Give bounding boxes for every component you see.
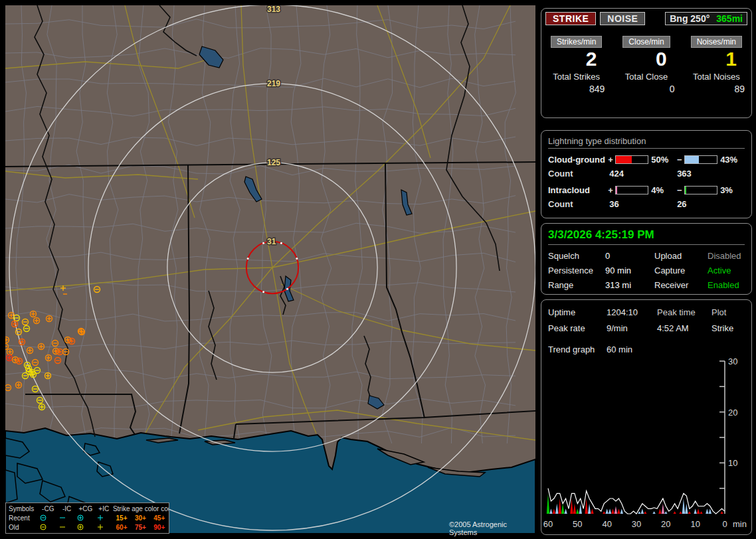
ring-tick-dot <box>262 291 264 293</box>
trend-fill <box>700 511 702 514</box>
uptime-label: Uptime <box>548 307 607 317</box>
age-code: 90+ <box>150 522 169 532</box>
total-close-label: Total Close <box>611 72 681 82</box>
close-per-min-chip[interactable]: Close/min <box>622 36 670 48</box>
trend-fill <box>561 504 564 514</box>
status-value: Enabled <box>708 280 745 290</box>
trend-fill <box>638 511 640 514</box>
trend-fill <box>641 508 644 514</box>
range-ring-label: 125 <box>267 158 280 167</box>
close-per-min-value: 0 <box>611 48 681 70</box>
uptime-value: 1204:10 <box>607 307 657 317</box>
noises-counter-column: Noises/min 1 Total Noises 89 <box>682 36 751 94</box>
noises-per-min-chip[interactable]: Noises/min <box>691 36 742 48</box>
trend-fill <box>588 504 591 514</box>
strikes-counter-column: Strikes/min 2 Total Strikes 849 <box>541 36 611 94</box>
age-code: 60+ <box>112 522 131 532</box>
noise-mode-button[interactable]: NOISE <box>600 12 645 25</box>
trend-window-value: 60 min <box>607 345 745 354</box>
trend-fill <box>709 508 711 514</box>
trend-fill <box>591 508 593 514</box>
ring-tick-dot <box>280 242 282 244</box>
trend-fill <box>644 511 646 514</box>
noises-per-min-value: 1 <box>682 48 751 70</box>
legend-col-neg-cg: -CG <box>39 504 58 513</box>
legend-col-pos-cg: +CG <box>76 504 95 513</box>
trend-fill <box>706 508 708 514</box>
status-box: 3/3/2026 4:25:19 PM Squelch0UploadDisabl… <box>541 223 752 295</box>
x-tick-label: 50 <box>573 519 582 529</box>
plus-sign: + <box>607 185 614 195</box>
legend-old-cgn <box>39 522 58 532</box>
type-label: Intracloud <box>548 185 607 195</box>
trend-fill <box>611 508 614 514</box>
trend-fill <box>564 508 567 514</box>
map-canvas[interactable]: 31321912531 Symbols -CG -IC +CG +IC Stri… <box>5 5 535 534</box>
status-value: Active <box>708 266 745 275</box>
status-label: Capture <box>654 266 708 275</box>
legend-row-recent-label: Recent <box>6 513 39 522</box>
positive-pct: 4% <box>651 185 676 195</box>
distribution-row-cloud-ground: Cloud-ground+50%−43% <box>548 155 745 165</box>
total-noises-value: 89 <box>682 84 751 94</box>
peak-rate-value: 9/min <box>607 323 657 333</box>
trend-fill <box>662 504 664 514</box>
trend-fill <box>605 508 608 514</box>
negative-count: 363 <box>677 169 745 179</box>
trend-fill <box>555 504 558 514</box>
plot-label: Plot <box>711 307 745 317</box>
trend-fill <box>576 508 579 514</box>
status-label: Squelch <box>548 251 605 261</box>
legend-col-pos-ic: +IC <box>96 504 112 513</box>
negative-pct: 3% <box>720 185 745 195</box>
strikes-per-min-chip[interactable]: Strikes/min <box>551 36 602 48</box>
icp-symbol-icon <box>96 523 104 531</box>
trend-box: Uptime 1204:10 Peak time Plot Peak rate … <box>541 299 752 535</box>
trend-fill <box>609 508 611 514</box>
age-code: 15+ <box>112 513 131 522</box>
cgp-symbol-icon <box>76 514 84 522</box>
legend-old-cgp <box>76 522 95 532</box>
strikes-per-min-value: 2 <box>541 48 611 70</box>
cgn-symbol-icon <box>39 523 47 531</box>
status-label: Upload <box>654 251 708 261</box>
count-label: Count <box>548 169 609 179</box>
legend-old-icp <box>96 522 112 532</box>
bearing-range-value: 365mi <box>716 13 743 24</box>
distribution-row-intracloud: Intracloud+4%−3% <box>548 185 745 195</box>
trend-fill <box>697 508 700 514</box>
trend-fill <box>694 508 696 514</box>
total-noises-label: Total Noises <box>682 72 751 82</box>
peak-time-label: Peak time <box>657 307 711 317</box>
legend-col-neg-ic: -IC <box>58 504 76 513</box>
status-value: 0 <box>605 251 654 261</box>
legend-recent-cgn <box>39 513 58 522</box>
lightning-map[interactable]: 31321912531 <box>5 5 535 534</box>
positive-count: 36 <box>609 199 677 209</box>
x-tick-label: 0 <box>722 519 727 529</box>
ring-tick-dot <box>296 258 298 260</box>
legend-recent-icp <box>96 513 112 522</box>
copyright-text: ©2005 Astrogenic Systems <box>449 520 535 536</box>
counters-box: STRIKE NOISE Bng 250° 365mi Strikes/min … <box>541 8 752 118</box>
peak-rate-label: Peak rate <box>548 323 607 333</box>
x-tick-label: 20 <box>661 519 670 529</box>
cgp-symbol-icon <box>76 523 84 531</box>
negative-bar <box>684 186 717 194</box>
y-tick-label: 20 <box>728 408 737 418</box>
trend-fill <box>547 493 549 514</box>
total-strikes-label: Total Strikes <box>541 72 611 82</box>
negative-pct: 43% <box>720 155 745 165</box>
status-label: Receiver <box>654 280 708 290</box>
status-label: Range <box>548 280 605 290</box>
peak-time-value: 4:52 AM <box>657 323 711 333</box>
trend-fill <box>673 511 676 514</box>
trend-fill <box>664 511 667 514</box>
trend-fill <box>652 511 655 514</box>
trend-fill <box>720 511 723 514</box>
cgn-symbol-icon <box>39 514 47 522</box>
ring-tick-dot <box>286 288 288 290</box>
legend-recent-icn <box>58 513 76 522</box>
y-tick-label: 10 <box>728 458 737 468</box>
strike-mode-button[interactable]: STRIKE <box>545 12 596 25</box>
